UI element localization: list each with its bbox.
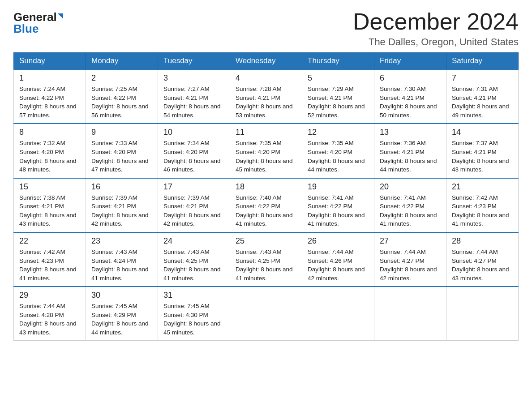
calendar-cell: 30 Sunrise: 7:45 AMSunset: 4:29 PMDaylig… — [86, 287, 158, 341]
calendar-cell — [446, 287, 519, 341]
calendar-cell — [302, 287, 374, 341]
day-info: Sunrise: 7:43 AMSunset: 4:25 PMDaylight:… — [163, 248, 221, 282]
calendar-cell: 20 Sunrise: 7:41 AMSunset: 4:22 PMDaylig… — [374, 178, 446, 232]
calendar-cell: 12 Sunrise: 7:35 AMSunset: 4:20 PMDaylig… — [302, 124, 374, 178]
day-number: 25 — [236, 236, 296, 246]
calendar-cell: 26 Sunrise: 7:44 AMSunset: 4:26 PMDaylig… — [302, 232, 374, 287]
day-number: 27 — [380, 236, 441, 246]
day-info: Sunrise: 7:45 AMSunset: 4:29 PMDaylight:… — [91, 303, 149, 336]
day-number: 29 — [19, 291, 80, 300]
day-info: Sunrise: 7:30 AMSunset: 4:21 PMDaylight:… — [380, 86, 437, 119]
day-number: 1 — [19, 73, 80, 83]
day-info: Sunrise: 7:42 AMSunset: 4:23 PMDaylight:… — [19, 248, 77, 282]
day-number: 30 — [91, 291, 152, 300]
logo-arrow-icon — [58, 13, 63, 19]
weekday-header-tuesday: Tuesday — [158, 53, 230, 70]
day-info: Sunrise: 7:32 AMSunset: 4:20 PMDaylight:… — [19, 140, 77, 173]
week-row-5: 29 Sunrise: 7:44 AMSunset: 4:28 PMDaylig… — [14, 287, 519, 341]
location-title: The Dalles, Oregon, United States — [353, 36, 519, 48]
weekday-header-wednesday: Wednesday — [230, 53, 302, 70]
day-info: Sunrise: 7:43 AMSunset: 4:25 PMDaylight:… — [236, 248, 293, 282]
weekday-header-sunday: Sunday — [14, 53, 86, 70]
month-title: December 2024 — [353, 9, 519, 34]
day-info: Sunrise: 7:36 AMSunset: 4:21 PMDaylight:… — [380, 140, 437, 173]
day-info: Sunrise: 7:38 AMSunset: 4:21 PMDaylight:… — [19, 194, 77, 227]
week-row-4: 22 Sunrise: 7:42 AMSunset: 4:23 PMDaylig… — [14, 232, 519, 287]
day-number: 28 — [452, 236, 513, 246]
day-info: Sunrise: 7:41 AMSunset: 4:22 PMDaylight:… — [380, 194, 437, 227]
day-number: 19 — [308, 182, 369, 192]
day-info: Sunrise: 7:39 AMSunset: 4:21 PMDaylight:… — [163, 194, 221, 227]
logo-blue-text: Blue — [13, 23, 39, 34]
day-number: 22 — [19, 236, 80, 246]
day-number: 13 — [380, 128, 441, 137]
day-number: 21 — [452, 182, 513, 192]
calendar-cell: 11 Sunrise: 7:35 AMSunset: 4:20 PMDaylig… — [230, 124, 302, 178]
day-number: 24 — [163, 236, 224, 246]
weekday-header-saturday: Saturday — [446, 53, 519, 70]
day-info: Sunrise: 7:35 AMSunset: 4:20 PMDaylight:… — [236, 140, 293, 173]
calendar-cell: 18 Sunrise: 7:40 AMSunset: 4:22 PMDaylig… — [230, 178, 302, 232]
day-number: 16 — [91, 182, 152, 192]
calendar-cell: 24 Sunrise: 7:43 AMSunset: 4:25 PMDaylig… — [158, 232, 230, 287]
calendar-cell: 15 Sunrise: 7:38 AMSunset: 4:21 PMDaylig… — [14, 178, 86, 232]
calendar-cell: 1 Sunrise: 7:24 AMSunset: 4:22 PMDayligh… — [14, 69, 86, 124]
calendar-cell: 17 Sunrise: 7:39 AMSunset: 4:21 PMDaylig… — [158, 178, 230, 232]
calendar-cell — [230, 287, 302, 341]
day-info: Sunrise: 7:37 AMSunset: 4:21 PMDaylight:… — [452, 140, 509, 173]
day-info: Sunrise: 7:40 AMSunset: 4:22 PMDaylight:… — [236, 194, 293, 227]
page-header: General Blue December 2024 The Dalles, O… — [13, 9, 519, 48]
title-block: December 2024 The Dalles, Oregon, United… — [353, 9, 519, 48]
calendar-cell: 22 Sunrise: 7:42 AMSunset: 4:23 PMDaylig… — [14, 232, 86, 287]
calendar-cell: 9 Sunrise: 7:33 AMSunset: 4:20 PMDayligh… — [86, 124, 158, 178]
day-number: 17 — [163, 182, 224, 192]
day-number: 14 — [452, 128, 513, 137]
calendar-cell: 2 Sunrise: 7:25 AMSunset: 4:22 PMDayligh… — [86, 69, 158, 124]
week-row-2: 8 Sunrise: 7:32 AMSunset: 4:20 PMDayligh… — [14, 124, 519, 178]
logo: General Blue — [13, 11, 63, 34]
calendar-cell: 10 Sunrise: 7:34 AMSunset: 4:20 PMDaylig… — [158, 124, 230, 178]
calendar-cell: 3 Sunrise: 7:27 AMSunset: 4:21 PMDayligh… — [158, 69, 230, 124]
calendar-cell: 7 Sunrise: 7:31 AMSunset: 4:21 PMDayligh… — [446, 69, 519, 124]
calendar-cell: 23 Sunrise: 7:43 AMSunset: 4:24 PMDaylig… — [86, 232, 158, 287]
day-info: Sunrise: 7:27 AMSunset: 4:21 PMDaylight:… — [163, 86, 221, 119]
calendar-cell: 13 Sunrise: 7:36 AMSunset: 4:21 PMDaylig… — [374, 124, 446, 178]
calendar-cell: 21 Sunrise: 7:42 AMSunset: 4:23 PMDaylig… — [446, 178, 519, 232]
day-number: 2 — [91, 73, 152, 83]
day-number: 3 — [163, 73, 224, 83]
day-number: 12 — [308, 128, 369, 137]
calendar-cell: 31 Sunrise: 7:45 AMSunset: 4:30 PMDaylig… — [158, 287, 230, 341]
day-number: 7 — [452, 73, 513, 83]
day-info: Sunrise: 7:39 AMSunset: 4:21 PMDaylight:… — [91, 194, 149, 227]
day-info: Sunrise: 7:44 AMSunset: 4:27 PMDaylight:… — [380, 248, 437, 282]
calendar-table: SundayMondayTuesdayWednesdayThursdayFrid… — [13, 52, 519, 341]
day-info: Sunrise: 7:45 AMSunset: 4:30 PMDaylight:… — [163, 303, 221, 336]
calendar-cell: 19 Sunrise: 7:41 AMSunset: 4:22 PMDaylig… — [302, 178, 374, 232]
weekday-header-thursday: Thursday — [302, 53, 374, 70]
day-info: Sunrise: 7:44 AMSunset: 4:26 PMDaylight:… — [308, 248, 365, 282]
day-number: 8 — [19, 128, 80, 137]
day-info: Sunrise: 7:31 AMSunset: 4:21 PMDaylight:… — [452, 86, 509, 119]
day-number: 15 — [19, 182, 80, 192]
day-number: 9 — [91, 128, 152, 137]
day-number: 20 — [380, 182, 441, 192]
calendar-cell: 5 Sunrise: 7:29 AMSunset: 4:21 PMDayligh… — [302, 69, 374, 124]
calendar-cell: 27 Sunrise: 7:44 AMSunset: 4:27 PMDaylig… — [374, 232, 446, 287]
week-row-3: 15 Sunrise: 7:38 AMSunset: 4:21 PMDaylig… — [14, 178, 519, 232]
day-info: Sunrise: 7:42 AMSunset: 4:23 PMDaylight:… — [452, 194, 509, 227]
day-info: Sunrise: 7:34 AMSunset: 4:20 PMDaylight:… — [163, 140, 221, 173]
day-number: 4 — [236, 73, 296, 83]
day-info: Sunrise: 7:44 AMSunset: 4:27 PMDaylight:… — [452, 248, 509, 282]
day-info: Sunrise: 7:43 AMSunset: 4:24 PMDaylight:… — [91, 248, 149, 282]
calendar-cell: 4 Sunrise: 7:28 AMSunset: 4:21 PMDayligh… — [230, 69, 302, 124]
day-number: 11 — [236, 128, 296, 137]
logo-general-text: General — [13, 11, 57, 23]
calendar-cell: 28 Sunrise: 7:44 AMSunset: 4:27 PMDaylig… — [446, 232, 519, 287]
calendar-cell: 8 Sunrise: 7:32 AMSunset: 4:20 PMDayligh… — [14, 124, 86, 178]
day-number: 23 — [91, 236, 152, 246]
week-row-1: 1 Sunrise: 7:24 AMSunset: 4:22 PMDayligh… — [14, 69, 519, 124]
day-number: 5 — [308, 73, 369, 83]
day-number: 31 — [163, 291, 224, 300]
calendar-cell — [374, 287, 446, 341]
calendar-cell: 6 Sunrise: 7:30 AMSunset: 4:21 PMDayligh… — [374, 69, 446, 124]
